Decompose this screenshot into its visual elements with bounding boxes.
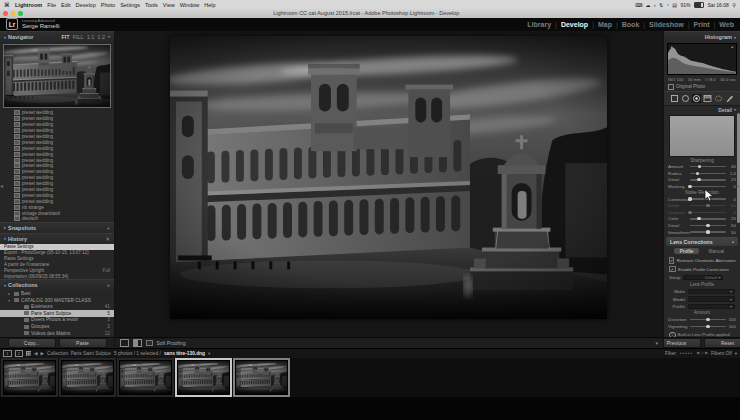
model-dropdown[interactable]: ▾ xyxy=(688,296,735,302)
module-library[interactable]: Library xyxy=(527,21,551,28)
menu-develop[interactable]: Develop xyxy=(76,2,96,8)
soft-proofing-checkbox[interactable] xyxy=(146,340,153,347)
menu-lightroom[interactable]: Lightroom xyxy=(15,2,42,8)
zoom-caret-icon[interactable]: ▾ xyxy=(108,34,110,40)
main-photo[interactable] xyxy=(170,36,607,319)
slider-track[interactable] xyxy=(690,319,726,320)
slider-thumb[interactable] xyxy=(706,224,709,227)
right-panel-scrollbar[interactable] xyxy=(737,113,740,223)
status-icon[interactable]: ♪ xyxy=(653,2,656,8)
module-develop[interactable]: Develop xyxy=(561,21,588,28)
collection-item[interactable]: Extérieurs41 xyxy=(0,303,114,310)
detail-panel-header[interactable]: Detail ▾ xyxy=(664,106,740,114)
slider-thumb[interactable] xyxy=(706,325,709,328)
filmstrip-thumbnail[interactable] xyxy=(117,357,175,397)
slider-contrast[interactable]: Contrast0 xyxy=(664,209,740,216)
paste-settings-button[interactable]: Paste xyxy=(59,338,107,348)
navigator-preview[interactable] xyxy=(3,44,111,108)
toolbar-options-caret[interactable]: ▾ xyxy=(655,340,658,346)
lens-tab-manual[interactable]: Manual xyxy=(702,248,730,254)
before-after-view-icon[interactable] xyxy=(133,339,142,347)
slider-thumb[interactable] xyxy=(697,217,700,220)
source-caret-icon[interactable]: ▾ xyxy=(208,351,210,356)
slider-thumb[interactable] xyxy=(697,178,700,181)
collection-item[interactable]: Divers Photos à revoir3 xyxy=(0,317,114,324)
copy-settings-button[interactable]: Copy... xyxy=(8,338,56,348)
spotlight-icon[interactable]: ⚲ xyxy=(732,2,736,8)
status-icon[interactable]: ⌨ xyxy=(635,2,642,8)
flag-filter[interactable]: ⚑⚐⚑ xyxy=(696,351,708,356)
slider-distortion[interactable]: Distortion100 xyxy=(664,316,740,323)
add-collection-button[interactable]: + xyxy=(107,282,110,288)
slider-track[interactable] xyxy=(690,218,726,219)
collection-item[interactable]: ▸Best xyxy=(0,290,114,297)
menu-tools[interactable]: Tools xyxy=(145,2,158,8)
slider-amount[interactable]: Amount40 xyxy=(664,164,740,171)
slider-thumb[interactable] xyxy=(696,172,699,175)
make-dropdown[interactable]: ▾ xyxy=(688,289,735,295)
slider-track[interactable] xyxy=(690,212,726,213)
loupe-view-icon[interactable] xyxy=(120,339,129,347)
add-snapshot-button[interactable]: + xyxy=(107,225,110,231)
slider-thumb[interactable] xyxy=(688,211,691,214)
red-eye-tool[interactable] xyxy=(692,94,701,103)
history-item[interactable]: Importation (06/09/15 08:55:34) xyxy=(0,273,114,279)
filmstrip-filename[interactable]: sans titre-130.dng xyxy=(164,351,205,356)
setup-dropdown[interactable]: Default ▾ xyxy=(683,275,723,281)
slider-thumb[interactable] xyxy=(688,185,691,188)
zoom-level-1:2[interactable]: 1:2 xyxy=(97,34,105,40)
filmstrip-thumbnail[interactable] xyxy=(233,357,291,397)
filter-caret-icon[interactable]: ▾ xyxy=(735,351,737,356)
menubar-clock[interactable]: Sat 16:08 xyxy=(707,2,728,8)
checkbox-checked[interactable]: ✓ xyxy=(669,257,674,264)
minimize-window-button[interactable] xyxy=(11,11,16,16)
menu-help[interactable]: Help xyxy=(204,2,215,8)
collection-item[interactable]: ▾CATALOG 300 MASTER CLASS xyxy=(0,297,114,304)
shadow-clipping-icon[interactable]: ▲ xyxy=(670,45,673,49)
collection-item[interactable]: Vidéos des Matins12 xyxy=(0,330,114,337)
collection-item[interactable]: Paris Saint Sulpice5 xyxy=(0,310,114,317)
slider-color[interactable]: Color25 xyxy=(664,216,740,223)
snapshots-header[interactable]: ▸ Snapshots + xyxy=(0,222,114,233)
slider-vignetting[interactable]: Vignetting100 xyxy=(664,323,740,330)
module-slideshow[interactable]: Slideshow xyxy=(649,21,684,28)
zoom-level-1:1[interactable]: 1:1 xyxy=(87,34,95,40)
apple-menu-icon[interactable]: ⌘ xyxy=(4,2,10,8)
slider-track[interactable] xyxy=(690,173,726,174)
graduated-filter-tool[interactable] xyxy=(703,94,712,103)
clear-history-button[interactable]: ✕ xyxy=(105,236,110,242)
history-item[interactable]: Paste Settings xyxy=(0,244,114,250)
slider-radius[interactable]: Radius1.0 xyxy=(664,170,740,177)
left-panel-collapse-arrow[interactable]: ◂ xyxy=(0,183,3,189)
slider-thumb[interactable] xyxy=(706,318,709,321)
menu-photo[interactable]: Photo xyxy=(101,2,115,8)
filmstrip-thumbnail[interactable] xyxy=(175,357,233,397)
histogram-header[interactable]: Histogram ▾ xyxy=(664,31,740,42)
menu-view[interactable]: View xyxy=(163,2,175,8)
close-window-button[interactable] xyxy=(3,11,8,16)
zoom-level-fit[interactable]: FIT xyxy=(61,34,69,40)
menu-file[interactable]: File xyxy=(47,2,56,8)
adjustment-brush-tool[interactable] xyxy=(725,94,734,103)
slider-thumb[interactable] xyxy=(706,230,709,233)
forward-arrow-icon[interactable]: ▶ xyxy=(40,351,43,356)
module-print[interactable]: Print xyxy=(694,21,710,28)
status-icon[interactable]: ▤ xyxy=(672,2,677,8)
expander-icon[interactable]: ▾ xyxy=(8,298,12,303)
profile-dropdown[interactable]: ▾ xyxy=(688,304,735,310)
filmstrip-thumbnail[interactable] xyxy=(59,357,117,397)
status-icon[interactable]: ⇅ xyxy=(659,2,663,8)
module-map[interactable]: Map xyxy=(598,21,612,28)
main-window-button[interactable]: 1 xyxy=(3,350,12,357)
reset-button[interactable]: Reset xyxy=(704,338,740,348)
filter-preset[interactable]: Filters Off xyxy=(711,351,732,356)
slider-detail[interactable]: Detail25 xyxy=(664,177,740,184)
crop-tool[interactable] xyxy=(670,94,679,103)
slider-detail[interactable]: Detail50 xyxy=(664,202,740,209)
history-item[interactable]: Paste Settings xyxy=(0,256,114,262)
expander-icon[interactable]: ▸ xyxy=(8,291,12,296)
back-arrow-icon[interactable]: ◀ xyxy=(34,351,37,356)
slider-track[interactable] xyxy=(690,231,726,232)
lens-corrections-header[interactable]: Lens Corrections ▴ xyxy=(666,237,738,246)
slider-track[interactable] xyxy=(690,205,726,206)
